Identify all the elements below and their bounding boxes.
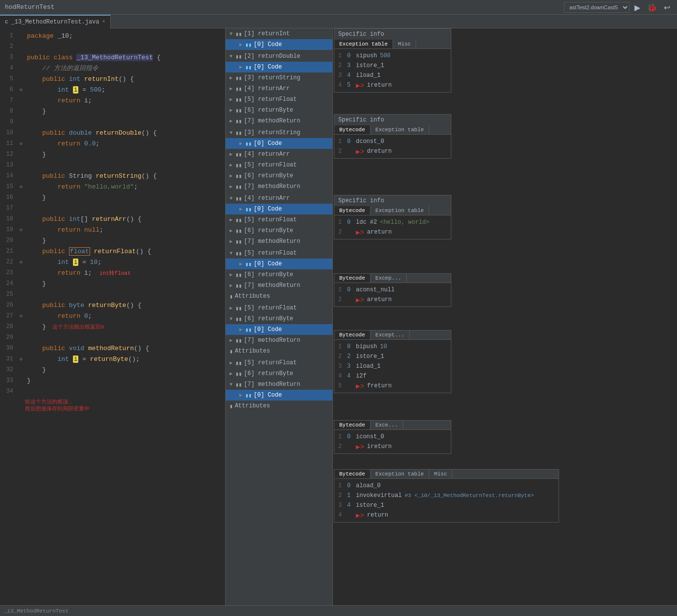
main-layout: 1 package _10; 2 3 public class _13_Meth… [0,28,677,616]
tree-item-code-1[interactable]: ▶ ▮▮ [0] Code [226,39,332,50]
bc-line-7-3: 3 4 istore_1 [338,500,555,510]
code-line-34: 34 [0,386,225,397]
tree-arrow-returnInt: ▼ [230,31,235,37]
code-line-21: 21 public float returnFloat() { [0,246,225,257]
tree-item-6a[interactable]: ▶ ▮▮ [6] returnByte [226,105,332,116]
code-line-26: 26 public byte returnByte() { [0,300,225,310]
code-line-28: 28 } 这个方法栈出栈返回0 [0,321,225,332]
info-tab-misc-1[interactable]: Misc [393,40,416,48]
code-line-1: 1 package _10; [0,30,225,41]
info-tabs-5: Bytecode Except... [334,331,451,340]
tree-label-code-3: [0] Code [254,140,282,147]
code-line-5: 5 public int returnInt() { [0,73,225,84]
info-panel-returnString: Specific info Bytecode Exception table 1… [334,195,451,239]
info-tab-bytecode-6[interactable]: Bytecode [334,421,371,429]
run-button[interactable]: ▶ [632,2,642,13]
tab-method-return-test[interactable]: C _13_MethodReturnTest.java × [0,15,111,28]
tree-section-7: ▶ ▮▮ [5] returnFloat ▶ ▮▮ [6] returnByte… [226,357,332,411]
tree-item-attrs-4[interactable]: ▶ ▮▮ [7] methodReturn [226,236,332,247]
info-panel-returnArr: Bytecode Excep... 1 0 aconst_null 2 ▶> a… [334,273,451,307]
tree-item-3[interactable]: ▶ ▮▮ [3] returnString [226,72,332,83]
info-tabs-2: Bytecode Exception table [334,125,451,135]
info-tab-exception-7[interactable]: Exception table [371,470,429,478]
tree-item-code-5[interactable]: ▶ ▮▮ [0] Code [226,259,332,269]
code-line-33: 33 } [0,375,225,386]
tree-item-returnDouble[interactable]: ▼ ▮▮ [2] returnDouble [226,51,332,62]
title-bar: hodReturnTest astTest2.downCast5 ▶ 🐞 ↩ [0,0,677,15]
bc-line-3-2: 2 ▶> areturn [338,227,447,237]
info-tab-misc-7[interactable]: Misc [429,470,452,478]
bc-line-7-4: 4 ▶> return [338,510,555,520]
tree-item-code-2[interactable]: ▶ ▮▮ [0] Code [226,62,332,72]
title-bar-text: hodReturnTest [5,3,54,11]
info-panel-returnFloat: Bytecode Except... 1 0 bipush 10 2 2 ist… [334,330,451,393]
tree-item-code-4[interactable]: ▶ ▮▮ [0] Code [226,204,332,214]
tree-label-code-4: [0] Code [254,206,282,213]
debug-button[interactable]: 🐞 [645,2,659,13]
tree-label-code-5: [0] Code [254,261,282,267]
info-tab-bytecode-4[interactable]: Bytecode [334,274,371,283]
bc-line-5-3: 3 3 iload_1 [338,361,447,371]
info-tabs-1: Exception table Misc [334,40,451,49]
info-content-3: 1 0 ldc #2 <hello, world> 2 ▶> areturn [334,215,451,239]
info-tab-exception-3[interactable]: Exception table [371,206,429,215]
tree-item-5c[interactable]: ▶ ▮▮ [5] returnFloat [226,214,332,225]
bc-line-4-2: 2 ▶> areturn [338,295,447,305]
tree-item-6b[interactable]: ▶ ▮▮ [6] returnByte [226,170,332,181]
code-line-15: 15 ◇ return "hello,world"; [0,181,225,192]
code-line-27: 27 ◇ return 0; [0,310,225,321]
code-line-3: 3 public class _13_MethodReturnTest { [0,52,225,63]
tree-item-code-3[interactable]: ▶ ▮▮ [0] Code [226,138,332,149]
info-tab-bytecode-7[interactable]: Bytecode [334,470,371,478]
tab-bar: C _13_MethodReturnTest.java × [0,15,677,28]
specific-info-label-2: Specific info [334,115,451,125]
bc-line-1-4: 4 5 ▶> ireturn [338,80,447,90]
tree-label-code-7: [0] Code [254,392,282,399]
info-tab-bytecode-2[interactable]: Bytecode [334,125,371,134]
tree-item-4a[interactable]: ▶ ▮▮ [4] returnArr [226,83,332,94]
code-line-13: 13 [0,160,225,170]
tree-item-returnArr[interactable]: ▼ ▮▮ [4] returnArr [226,193,332,204]
code-line-14: 14 public String returnString() { [0,170,225,181]
code-line-19: 19 ◇ return null; [0,224,225,235]
tree-item-7b[interactable]: ▶ ▮▮ [7] methodReturn [226,181,332,192]
tree-label-returnString: [3] returnString [244,129,300,136]
tree-label-code-6: [0] Code [254,326,282,333]
tree-item-returnString[interactable]: ▼ ▮▮ [3] returnString [226,127,332,138]
bc-line-1-3: 3 4 iload_1 [338,71,447,80]
tree-item-7a[interactable]: ▶ ▮▮ [7] methodReturn [226,116,332,126]
code-line-6: 6 ◇ int i = 500; [0,84,225,95]
bc-line-5-2: 2 2 istore_1 [338,352,447,361]
tree-item-code-7[interactable]: ▶ ▮▮ [0] Code [226,390,332,401]
code-line-31: 31 ◇ int i = returnByte(); [0,354,225,364]
tree-label-code-2: [0] Code [254,64,282,71]
bc-line-6-2: 2 ▶> ireturn [338,442,447,451]
info-tabs-6: Bytecode Exce... [334,421,451,430]
tree-item-code-6[interactable]: ▶ ▮▮ [0] Code [226,324,332,335]
info-panel-methodReturn: Bytecode Exception table Misc 1 0 aload_… [334,469,559,522]
tab-close-button[interactable]: × [102,19,105,24]
info-tab-exception-4[interactable]: Excep... [371,274,407,283]
info-tab-exception-6[interactable]: Exce... [371,421,403,429]
step-button[interactable]: ↩ [662,2,672,13]
tree-item-4b[interactable]: ▶ ▮▮ [4] returnArr [226,149,332,160]
tree-item-5a[interactable]: ▶ ▮▮ [5] returnFloat [226,94,332,105]
info-tab-exception-5[interactable]: Except... [371,331,410,339]
tree-item-returnFloat[interactable]: ▼ ▮▮ [5] returnFloat [226,248,332,259]
tree-label-returnArr: [4] returnArr [244,195,290,202]
tree-item-returnInt[interactable]: ▼ ▮▮ [1] returnInt [226,28,332,39]
code-line-7: 7 return i; [0,95,225,106]
code-line-24: 24 } [0,278,225,289]
tree-item-5b[interactable]: ▶ ▮▮ [5] returnFloat [226,160,332,170]
folder-icon-code-2: ▮▮ [245,64,252,71]
bc-line-5-5: 5 ▶> freturn [338,381,447,391]
info-tab-exception-2[interactable]: Exception table [371,125,429,134]
info-tab-bytecode-3[interactable]: Bytecode [334,206,371,215]
info-tab-exception-1[interactable]: Exception table [334,40,393,48]
tree-label-code-1: [0] Code [254,41,282,48]
tree-label-returnInt: [1] returnInt [244,30,290,37]
tree-item-6c[interactable]: ▶ ▮▮ [6] returnByte [226,225,332,236]
run-config-dropdown[interactable]: astTest2.downCast5 [564,2,630,13]
info-tab-bytecode-5[interactable]: Bytecode [334,331,371,339]
code-line-23: 23 return i; int转float [0,267,225,278]
